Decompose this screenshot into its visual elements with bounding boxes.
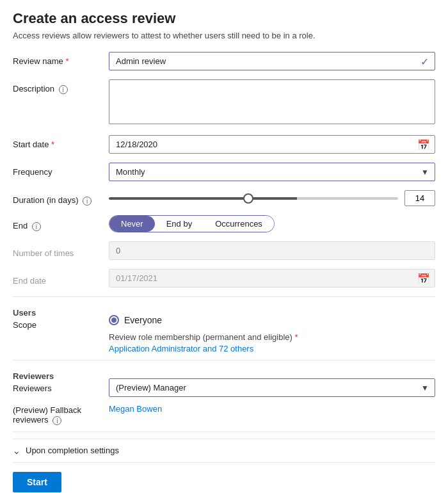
page-subtitle: Access reviews allow reviewers to attest… (13, 31, 435, 40)
completion-settings-row[interactable]: ⌄ Upon completion settings (13, 439, 435, 463)
reviewers-select[interactable]: (Preview) Manager Selected users Members… (109, 378, 435, 397)
end-info-icon: i (32, 222, 41, 231)
users-label: Users Scope (13, 303, 109, 330)
scope-everyone-label: Everyone (124, 315, 162, 325)
end-label: End i (13, 216, 109, 231)
fallback-reviewers-label: (Preview) Fallback reviewers i (13, 401, 109, 425)
end-date-label: End date (13, 271, 109, 286)
frequency-label: Frequency (13, 163, 109, 177)
description-info-icon: i (59, 85, 68, 94)
frequency-select[interactable]: Weekly Monthly Quarterly Semi-annually A… (109, 163, 435, 181)
end-date-calendar-icon[interactable]: 📅 (417, 272, 430, 284)
review-name-label: Review name * (13, 52, 109, 66)
review-role-link[interactable]: Application Administrator and 72 others (109, 344, 253, 353)
start-date-calendar-icon[interactable]: 📅 (417, 138, 430, 150)
description-input[interactable] (109, 79, 435, 124)
duration-info-icon: i (83, 197, 92, 206)
start-button[interactable]: Start (13, 472, 61, 492)
duration-slider[interactable] (109, 197, 398, 200)
duration-label: Duration (in days) i (13, 191, 109, 206)
duration-value-input[interactable] (404, 190, 435, 206)
review-role-label: Review role membership (permanent and el… (109, 332, 435, 342)
scope-everyone-radio[interactable] (109, 315, 119, 325)
end-date-input[interactable] (109, 269, 435, 287)
end-endby-button[interactable]: End by (155, 216, 204, 232)
reviewers-section-label: Reviewers Reviewers (13, 367, 109, 393)
description-label: Description i (13, 79, 109, 94)
fallback-info-icon: i (52, 416, 61, 425)
start-date-input[interactable] (109, 135, 435, 154)
end-toggle-group: Never End by Occurrences (109, 215, 275, 232)
end-never-button[interactable]: Never (109, 216, 155, 232)
end-occurrences-button[interactable]: Occurrences (204, 216, 274, 232)
completion-settings-label: Upon completion settings (26, 446, 119, 455)
number-of-times-input[interactable] (109, 241, 435, 260)
completion-chevron-icon: ⌄ (13, 446, 20, 456)
number-of-times-label: Number of times (13, 244, 109, 258)
review-name-check-icon: ✓ (420, 55, 429, 67)
review-name-input[interactable] (109, 52, 435, 70)
page-title: Create an access review (13, 10, 435, 27)
fallback-reviewer-link[interactable]: Megan Bowen (109, 404, 162, 414)
start-date-label: Start date * (13, 135, 109, 149)
